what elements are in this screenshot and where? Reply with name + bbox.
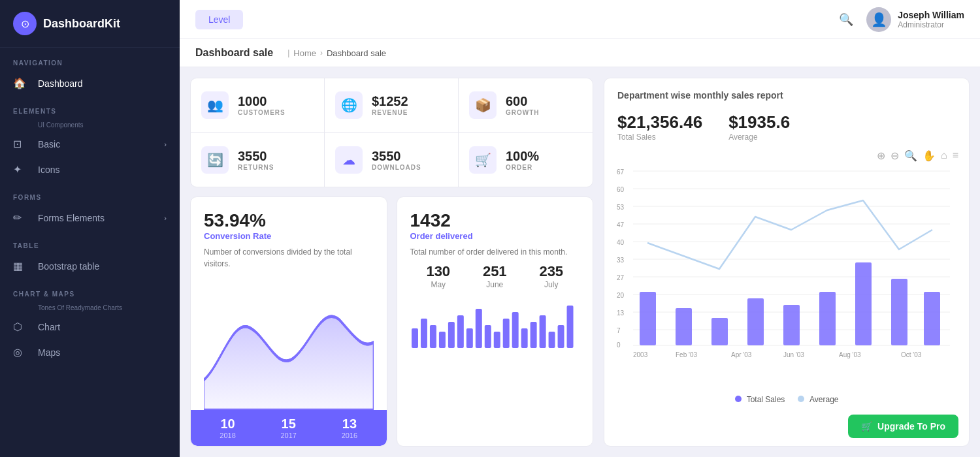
upgrade-label: Upgrade To Pro xyxy=(877,421,945,432)
downloads-value: 3550 xyxy=(372,149,421,164)
total-sales-legend-dot xyxy=(735,396,742,402)
sales-chart-container: 67 60 53 47 40 33 27 20 13 7 0 xyxy=(604,165,969,390)
chevron-right-icon: › xyxy=(164,214,167,222)
returns-icon: 🔄 xyxy=(201,146,229,174)
average-item: $1935.6 Average xyxy=(728,112,790,142)
total-sales-item: $21,356.46 Total Sales xyxy=(617,112,702,142)
search-icon[interactable]: 🔍 xyxy=(839,12,853,27)
stat-downloads: ☁ 3550 DOWNLOADS xyxy=(325,133,459,187)
home-icon[interactable]: ⌂ xyxy=(941,150,947,162)
user-name: Joseph William xyxy=(898,10,964,20)
svg-rect-46 xyxy=(855,262,872,345)
svg-text:67: 67 xyxy=(617,168,625,176)
svg-rect-40 xyxy=(640,292,656,345)
sidebar-item-chart[interactable]: ⬡ Chart xyxy=(0,314,180,339)
svg-rect-12 xyxy=(521,328,527,348)
page-content: 👥 1000 CUSTOMERS 🌐 $1252 REVENUE 📦 xyxy=(180,67,980,457)
sidebar-item-label: Maps xyxy=(38,347,60,358)
sidebar-item-label: Basic xyxy=(38,139,60,150)
sidebar-brand: ⊙ DashboardKit xyxy=(0,0,180,48)
revenue-label: REVENUE xyxy=(372,109,408,116)
svg-rect-6 xyxy=(466,328,472,348)
average-legend-dot xyxy=(798,396,804,402)
elements-section-label: ELEMENTS xyxy=(0,96,180,119)
average-value: $1935.6 xyxy=(728,112,790,133)
svg-text:33: 33 xyxy=(617,257,625,264)
svg-rect-5 xyxy=(457,315,463,348)
svg-rect-1 xyxy=(420,319,427,348)
sales-totals: $21,356.46 Total Sales $1935.6 Average xyxy=(604,106,969,147)
downloads-icon: ☁ xyxy=(335,146,363,174)
svg-text:Jun '03: Jun '03 xyxy=(783,351,804,358)
chart-legend: Total Sales Average xyxy=(604,390,969,409)
stats-grid: 👥 1000 CUSTOMERS 🌐 $1252 REVENUE 📦 xyxy=(190,78,593,187)
breadcrumb-home[interactable]: Home xyxy=(293,48,316,58)
svg-text:20: 20 xyxy=(617,292,625,299)
sidebar-item-icons[interactable]: ✦ Icons xyxy=(0,157,180,182)
conversion-desc: Number of conversions divided by the tot… xyxy=(204,246,374,270)
search-chart-icon[interactable]: 🔍 xyxy=(904,150,917,162)
order-card: 1432 Order delivered Total number of ord… xyxy=(397,197,594,447)
order-icon: 🛒 xyxy=(469,146,497,174)
stat-growth: 📦 600 GROWTH xyxy=(459,78,593,133)
revenue-value: $1252 xyxy=(372,94,408,109)
svg-rect-3 xyxy=(438,332,445,348)
sidebar-item-label: Chart xyxy=(38,322,60,332)
july-label: July xyxy=(539,280,563,289)
header: Level 🔍 👤 Joseph William Administrator xyxy=(180,0,980,39)
sales-report-panel: Department wise monthly sales report $21… xyxy=(604,78,970,447)
svg-rect-10 xyxy=(502,319,509,348)
icons-icon: ✦ xyxy=(13,163,31,176)
zoom-in-icon[interactable]: ⊕ xyxy=(877,150,885,162)
zoom-out-icon[interactable]: ⊖ xyxy=(890,150,899,162)
sales-report-header: Department wise monthly sales report xyxy=(604,78,969,106)
left-column: 👥 1000 CUSTOMERS 🌐 $1252 REVENUE 📦 xyxy=(190,78,593,447)
breadcrumb-sep1: | xyxy=(287,48,289,57)
svg-rect-44 xyxy=(783,305,800,345)
sidebar-item-maps[interactable]: ◎ Maps xyxy=(0,339,180,365)
total-sales-legend-label: Total Sales xyxy=(747,395,785,404)
svg-rect-14 xyxy=(539,315,546,348)
breadcrumb-current: Dashboard sale xyxy=(327,48,386,58)
svg-rect-2 xyxy=(429,325,436,348)
conversion-rate-value: 53.94% xyxy=(204,210,374,231)
svg-text:27: 27 xyxy=(617,274,625,281)
svg-rect-43 xyxy=(747,298,764,345)
chevron-right-icon: › xyxy=(164,140,167,148)
chart-icon: ⬡ xyxy=(13,321,31,333)
avatar: 👤 xyxy=(866,7,891,32)
pan-icon[interactable]: ✋ xyxy=(923,150,936,162)
stat-customers: 👥 1000 CUSTOMERS xyxy=(191,78,325,133)
year-num-2016: 13 xyxy=(319,417,380,432)
sidebar-item-label: Dashboard xyxy=(38,78,83,89)
svg-rect-48 xyxy=(924,292,940,345)
year-num-2018: 10 xyxy=(197,417,258,432)
svg-text:Oct '03: Oct '03 xyxy=(901,351,922,358)
downloads-label: DOWNLOADS xyxy=(372,164,421,171)
svg-rect-0 xyxy=(411,328,417,348)
total-sales-value: $21,356.46 xyxy=(617,112,702,133)
sidebar-item-forms-elements[interactable]: ✏ Forms Elements › xyxy=(0,205,180,230)
sidebar-item-basic[interactable]: ⊡ Basic › xyxy=(0,131,180,157)
elements-sub-label: UI Components xyxy=(0,119,180,131)
svg-rect-15 xyxy=(548,332,555,348)
sidebar-item-bootstrap-table[interactable]: ▦ Bootstrap table xyxy=(0,253,180,279)
revenue-icon: 🌐 xyxy=(335,91,363,119)
year-label-2017: 2017 xyxy=(258,432,319,439)
menu-icon[interactable]: ≡ xyxy=(953,150,958,162)
forms-section-label: FORMS xyxy=(0,182,180,205)
svg-rect-9 xyxy=(493,332,500,348)
order-bar-chart xyxy=(410,296,580,433)
growth-icon: 📦 xyxy=(469,91,497,119)
brand-name: DashboardKit xyxy=(43,17,120,31)
july-value: 235 xyxy=(539,263,563,280)
year-label-2016: 2016 xyxy=(319,432,380,439)
sidebar-item-dashboard[interactable]: 🏠 Dashboard xyxy=(0,71,180,96)
nav-section-label: NAVIGATION xyxy=(0,48,180,71)
level-button[interactable]: Level xyxy=(195,10,243,29)
forms-icon: ✏ xyxy=(13,212,31,224)
upgrade-button[interactable]: 🛒 Upgrade To Pro xyxy=(848,415,958,438)
brand-icon: ⊙ xyxy=(13,12,37,35)
user-role: Administrator xyxy=(898,20,964,29)
page-title: Dashboard sale xyxy=(195,47,273,59)
